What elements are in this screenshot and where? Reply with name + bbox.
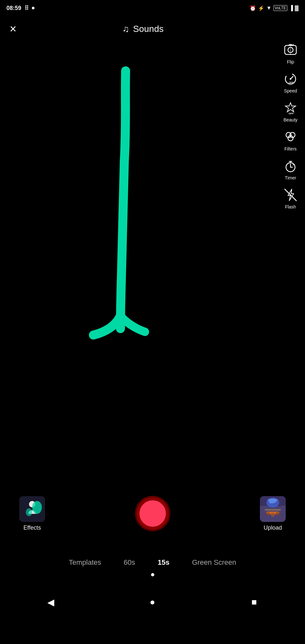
flash-label: Flash — [285, 204, 296, 209]
speed-control[interactable]: OFF Speed — [282, 71, 299, 93]
flip-icon — [282, 42, 299, 58]
svg-point-21 — [26, 508, 32, 516]
effects-label: Effects — [24, 524, 41, 531]
svg-point-28 — [266, 512, 270, 515]
music-note-icon: ♫ — [122, 24, 129, 34]
signal-icon: ▐ — [289, 5, 293, 11]
tab-60s[interactable]: 60s — [120, 555, 138, 570]
bluetooth-icon: ⚡ — [258, 5, 264, 11]
wifi-icon: ▼ — [266, 5, 272, 11]
filters-label: Filters — [284, 146, 297, 151]
upload-button[interactable]: Upload — [260, 496, 286, 531]
flash-control[interactable]: Flash — [282, 187, 299, 209]
home-button[interactable]: ● — [143, 592, 162, 612]
sounds-label: Sounds — [133, 24, 164, 34]
filters-control[interactable]: Filters — [282, 129, 299, 151]
svg-rect-0 — [285, 45, 296, 54]
volte-icon: VoLTE — [273, 5, 287, 11]
effects-button[interactable]: Effects — [19, 496, 45, 531]
svg-point-1 — [288, 47, 293, 53]
effects-thumbnail — [19, 496, 45, 522]
speed-label: Speed — [284, 88, 297, 93]
record-inner — [139, 500, 166, 527]
svg-text:OFF: OFF — [289, 112, 294, 115]
system-navigation: ◀ ● ■ — [0, 586, 305, 618]
mode-tabs: Templates 60s 15s Green Screen — [0, 555, 305, 570]
close-button[interactable]: × — [10, 23, 16, 35]
filters-icon — [282, 129, 299, 145]
right-controls: Flip OFF Speed OFF Beauty — [282, 42, 299, 209]
upload-label: Upload — [263, 524, 282, 531]
alarm-icon: ⏰ — [250, 5, 256, 11]
beauty-control[interactable]: OFF Beauty — [282, 100, 299, 122]
status-left: 08:59 ⠿ — [6, 5, 34, 12]
back-button[interactable]: ◀ — [41, 592, 61, 612]
record-button[interactable] — [135, 496, 170, 531]
flash-icon — [282, 187, 299, 203]
status-bar: 08:59 ⠿ ⏰ ⚡ ▼ VoLTE ▐ ▓ — [0, 0, 305, 16]
header: × ♫ Sounds — [0, 16, 305, 42]
status-time: 08:59 — [6, 5, 21, 12]
gesture-arrow — [0, 64, 305, 354]
recent-button[interactable]: ■ — [244, 592, 264, 612]
svg-text:OFF: OFF — [289, 81, 294, 84]
svg-point-29 — [271, 513, 275, 517]
sounds-title: ♫ Sounds — [122, 24, 164, 34]
svg-point-20 — [32, 501, 42, 514]
tab-templates[interactable]: Templates — [66, 555, 104, 570]
svg-text:3: 3 — [292, 163, 294, 166]
upload-thumbnail — [260, 496, 286, 522]
tab-15s[interactable]: 15s — [155, 555, 173, 570]
status-right: ⏰ ⚡ ▼ VoLTE ▐ ▓ — [250, 5, 299, 11]
flip-control[interactable]: Flip — [282, 42, 299, 64]
svg-point-30 — [276, 512, 279, 515]
bottom-bar: Effects — [0, 493, 305, 534]
timer-icon: 3 — [282, 158, 299, 174]
battery-icon: ▓ — [295, 5, 299, 11]
timer-control[interactable]: 3 Timer — [282, 158, 299, 180]
svg-rect-26 — [265, 509, 281, 511]
svg-point-5 — [290, 78, 291, 80]
flip-label: Flip — [287, 59, 294, 64]
beauty-icon: OFF — [282, 100, 299, 116]
timer-label: Timer — [285, 175, 296, 180]
tab-green-screen[interactable]: Green Screen — [189, 555, 239, 570]
tab-indicator — [151, 573, 154, 576]
podcast-icon: ⠿ — [24, 5, 29, 12]
speed-icon: OFF — [282, 71, 299, 87]
dot-icon — [32, 7, 34, 9]
beauty-label: Beauty — [283, 117, 298, 122]
